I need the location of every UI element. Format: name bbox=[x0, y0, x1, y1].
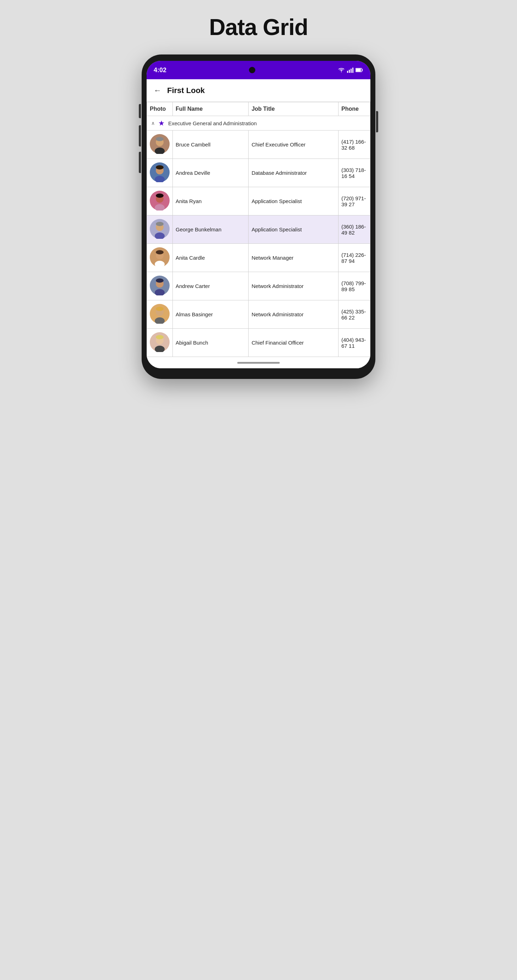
job-cell: Application Specialist bbox=[249, 215, 338, 244]
table-row[interactable]: Andrew CarterNetwork Administrator(708) … bbox=[147, 272, 370, 301]
svg-point-17 bbox=[156, 194, 164, 198]
svg-rect-0 bbox=[347, 71, 348, 73]
table-row[interactable]: Abigail BunchChief Financial Officer(404… bbox=[147, 329, 370, 357]
status-bar: 4:02 bbox=[147, 61, 370, 79]
svg-point-37 bbox=[156, 335, 164, 339]
chevron-up-icon[interactable]: ∧ bbox=[151, 120, 155, 126]
signal-icon bbox=[347, 67, 353, 73]
phone-screen: 4:02 bbox=[147, 61, 370, 368]
page-title: Data Grid bbox=[209, 14, 308, 40]
col-photo: Photo bbox=[147, 102, 173, 116]
job-cell: Chief Executive Officer bbox=[249, 130, 338, 159]
job-cell: Chief Financial Officer bbox=[249, 329, 338, 357]
svg-point-13 bbox=[156, 165, 164, 169]
svg-point-21 bbox=[156, 222, 164, 226]
job-cell: Database Administrator bbox=[249, 159, 338, 187]
svg-point-25 bbox=[156, 250, 164, 255]
job-cell: Network Manager bbox=[249, 244, 338, 272]
phone-cell: (720) 971-39 27 bbox=[338, 187, 370, 215]
avatar-cell bbox=[147, 244, 173, 272]
avatar-cell bbox=[147, 159, 173, 187]
phone-cell: (303) 718-16 54 bbox=[338, 159, 370, 187]
name-cell: Abigail Bunch bbox=[173, 329, 249, 357]
mute-button bbox=[139, 104, 141, 118]
group-header-cell: ∧ ★ Executive General and Administration bbox=[147, 116, 370, 130]
camera-dot bbox=[249, 67, 255, 73]
name-cell: Bruce Cambell bbox=[173, 130, 249, 159]
star-icon: ★ bbox=[158, 119, 165, 127]
name-cell: George Bunkelman bbox=[173, 215, 249, 244]
svg-rect-2 bbox=[351, 68, 352, 73]
phone-cell: (360) 186-49 82 bbox=[338, 215, 370, 244]
power-button bbox=[376, 111, 378, 132]
table-row[interactable]: Bruce CambellChief Executive Officer(417… bbox=[147, 130, 370, 159]
col-phone: Phone bbox=[338, 102, 370, 116]
table-row[interactable]: George BunkelmanApplication Specialist(3… bbox=[147, 215, 370, 244]
job-cell: Network Administrator bbox=[249, 272, 338, 301]
svg-rect-1 bbox=[349, 70, 350, 73]
name-cell: Almas Basinger bbox=[173, 301, 249, 329]
avatar-cell bbox=[147, 215, 173, 244]
home-bar bbox=[147, 357, 370, 368]
phone-cell: (425) 335-66 22 bbox=[338, 301, 370, 329]
name-cell: Anita Cardle bbox=[173, 244, 249, 272]
status-icons bbox=[338, 67, 363, 73]
table-row[interactable]: Almas BasingerNetwork Administrator(425)… bbox=[147, 301, 370, 329]
wifi-icon bbox=[338, 67, 345, 73]
phone-cell: (714) 226-87 94 bbox=[338, 244, 370, 272]
avatar-cell bbox=[147, 187, 173, 215]
phone-cell: (404) 943-67 11 bbox=[338, 329, 370, 357]
app-header: ← First Look bbox=[147, 79, 370, 102]
battery-icon bbox=[356, 68, 363, 72]
data-table: Photo Full Name Job Title Phone ∧ ★ Exec… bbox=[147, 102, 370, 357]
phone-frame: 4:02 bbox=[142, 54, 375, 379]
home-indicator bbox=[237, 362, 280, 364]
job-cell: Network Administrator bbox=[249, 301, 338, 329]
name-cell: Anita Ryan bbox=[173, 187, 249, 215]
status-time: 4:02 bbox=[154, 67, 166, 74]
avatar-cell bbox=[147, 130, 173, 159]
name-cell: Andrea Deville bbox=[173, 159, 249, 187]
table-header-row: Photo Full Name Job Title Phone bbox=[147, 102, 370, 116]
table-row[interactable]: Anita CardleNetwork Manager(714) 226-87 … bbox=[147, 244, 370, 272]
phone-cell: (708) 799-89 85 bbox=[338, 272, 370, 301]
avatar-cell bbox=[147, 272, 173, 301]
table-row[interactable]: Andrea DevilleDatabase Administrator(303… bbox=[147, 159, 370, 187]
svg-point-33 bbox=[156, 307, 164, 311]
avatar-cell bbox=[147, 329, 173, 357]
group-header-row: ∧ ★ Executive General and Administration bbox=[147, 116, 370, 130]
svg-rect-5 bbox=[356, 68, 361, 72]
back-button[interactable]: ← bbox=[154, 86, 161, 95]
job-cell: Application Specialist bbox=[249, 187, 338, 215]
volume-down-button bbox=[139, 152, 141, 173]
group-label: Executive General and Administration bbox=[168, 120, 257, 126]
col-fullname: Full Name bbox=[173, 102, 249, 116]
table-row[interactable]: Anita RyanApplication Specialist(720) 97… bbox=[147, 187, 370, 215]
svg-point-9 bbox=[156, 137, 164, 141]
svg-point-29 bbox=[156, 278, 164, 283]
volume-up-button bbox=[139, 125, 141, 146]
screen-title: First Look bbox=[167, 86, 205, 95]
phone-cell: (417) 166-32 68 bbox=[338, 130, 370, 159]
col-jobtitle: Job Title bbox=[249, 102, 338, 116]
svg-rect-3 bbox=[352, 68, 353, 73]
avatar-cell bbox=[147, 301, 173, 329]
name-cell: Andrew Carter bbox=[173, 272, 249, 301]
